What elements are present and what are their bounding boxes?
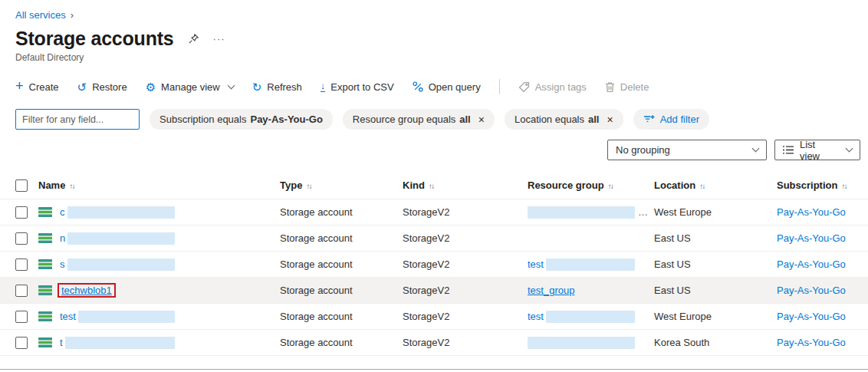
storage-account-glyph: [38, 337, 52, 347]
storage-account-glyph: [38, 259, 52, 269]
column-header-subscription[interactable]: Subscription ↑↓: [777, 179, 868, 191]
restore-label: Restore: [92, 81, 127, 93]
column-label: Resource group: [528, 179, 604, 191]
grouping-dropdown[interactable]: No grouping: [607, 140, 767, 160]
row-checkbox-cell: [15, 258, 38, 271]
row-checkbox[interactable]: [15, 258, 28, 271]
storage-account-link[interactable]: n: [60, 232, 65, 244]
sort-icon: ↑↓: [306, 182, 311, 190]
close-icon[interactable]: ×: [607, 114, 613, 125]
select-all-checkbox[interactable]: [15, 179, 28, 192]
subscription-cell: Pay-As-You-Go: [777, 206, 868, 218]
row-checkbox[interactable]: [15, 232, 28, 245]
add-filter-button[interactable]: Add filter: [633, 109, 709, 130]
subscription-filter-pill[interactable]: Subscription equals Pay-As-You-Go: [150, 109, 333, 130]
row-checkbox[interactable]: [15, 206, 28, 219]
row-checkbox[interactable]: [15, 311, 28, 323]
manage-view-button[interactable]: ⚙ Manage view: [146, 81, 234, 93]
sort-icon: ↑↓: [699, 182, 705, 190]
subscription-link[interactable]: Pay-As-You-Go: [777, 258, 846, 270]
location-cell: West Europe: [654, 311, 777, 322]
subscription-cell: Pay-As-You-Go: [777, 311, 868, 322]
resource-group-wrap: test: [528, 311, 635, 323]
resource-group-cell: …: [528, 206, 654, 219]
table-row[interactable]: cStorage accountStorageV2…West EuropePay…: [0, 199, 868, 226]
name-wrap: c: [60, 206, 175, 219]
more-options-icon[interactable]: ···: [213, 33, 225, 44]
location-cell: West Europe: [654, 206, 777, 218]
storage-accounts-page: All services › Storage accounts ··· Defa…: [0, 0, 868, 372]
column-header-name[interactable]: Name ↑↓: [38, 179, 280, 191]
table-row[interactable]: sStorage accountStorageV2testEast USPay-…: [0, 252, 868, 278]
subscription-link[interactable]: Pay-As-You-Go: [777, 285, 846, 296]
restore-button[interactable]: ↺ Restore: [77, 81, 127, 93]
close-icon[interactable]: ×: [478, 114, 485, 125]
row-checkbox[interactable]: [15, 337, 28, 349]
pin-icon[interactable]: [188, 33, 199, 44]
storage-account-icon: [38, 233, 60, 243]
redacted-text: [67, 206, 176, 219]
name-cell: test: [60, 311, 280, 323]
directory-subtitle: Default Directory: [15, 52, 868, 63]
row-checkbox-cell: [15, 311, 38, 323]
column-header-kind[interactable]: Kind ↑↓: [403, 179, 528, 191]
column-header-location[interactable]: Location ↑↓: [654, 179, 777, 191]
sort-icon: ↑↓: [429, 182, 434, 190]
storage-account-link[interactable]: t: [60, 337, 63, 348]
type-cell: Storage account: [280, 258, 403, 270]
export-csv-button[interactable]: ↓ Export to CSV: [321, 81, 394, 93]
open-query-icon: [413, 81, 423, 92]
row-checkbox[interactable]: [15, 285, 28, 297]
filter-input[interactable]: [15, 109, 140, 130]
toolbar: + Create ↺ Restore ⚙ Manage view ↻ Refre…: [15, 74, 868, 99]
resource-group-link[interactable]: test: [528, 258, 544, 270]
manage-view-label: Manage view: [161, 81, 220, 93]
resource-group-link[interactable]: test: [528, 311, 544, 322]
resource-group-link[interactable]: test_group: [528, 285, 574, 296]
pill-value: all: [588, 114, 599, 125]
view-mode-dropdown[interactable]: List view: [774, 140, 860, 160]
subscription-link[interactable]: Pay-As-You-Go: [777, 337, 846, 348]
storage-account-link[interactable]: c: [60, 206, 65, 218]
type-cell: Storage account: [280, 285, 403, 296]
delete-button[interactable]: Delete: [605, 81, 649, 93]
name-wrap: n: [60, 232, 175, 245]
table-row[interactable]: nStorage accountStorageV2East USPay-As-Y…: [0, 226, 868, 252]
row-checkbox-cell: [15, 285, 38, 297]
subscription-link[interactable]: Pay-As-You-Go: [777, 311, 846, 322]
location-filter-pill[interactable]: Location equals all ×: [505, 109, 623, 130]
storage-account-link[interactable]: techwblob1: [58, 283, 116, 298]
grouping-value: No grouping: [616, 144, 670, 156]
type-cell: Storage account: [280, 311, 403, 322]
refresh-button[interactable]: ↻ Refresh: [252, 81, 302, 93]
table-row[interactable]: techwblob1Storage accountStorageV2test_g…: [0, 278, 868, 304]
download-icon: ↓: [321, 81, 326, 91]
storage-account-glyph: [38, 285, 52, 295]
open-query-button[interactable]: Open query: [413, 81, 481, 93]
redacted-text: [528, 206, 635, 219]
assign-tags-button[interactable]: Assign tags: [518, 81, 587, 93]
kind-cell: StorageV2: [403, 232, 528, 244]
create-button[interactable]: + Create: [15, 81, 59, 93]
open-query-label: Open query: [429, 81, 481, 93]
breadcrumb-all-services-link[interactable]: All services: [15, 9, 66, 21]
create-label: Create: [29, 81, 59, 93]
storage-account-link[interactable]: test: [60, 311, 76, 322]
column-header-resource-group[interactable]: Resource group ↑↓: [528, 179, 654, 191]
pill-value: all: [459, 114, 470, 125]
filter-bar: Subscription equals Pay-As-You-Go Resour…: [15, 109, 868, 130]
location-cell: East US: [654, 232, 777, 244]
chevron-right-icon: ›: [71, 9, 74, 21]
column-header-type[interactable]: Type ↑↓: [280, 179, 403, 191]
sort-icon: ↑↓: [69, 182, 74, 190]
subscription-link[interactable]: Pay-As-You-Go: [777, 206, 846, 218]
storage-account-link[interactable]: s: [60, 258, 65, 270]
subscription-link[interactable]: Pay-As-You-Go: [777, 232, 846, 244]
restore-icon: ↺: [77, 81, 87, 93]
table-row[interactable]: testStorage accountStorageV2testWest Eur…: [0, 304, 868, 330]
table-row[interactable]: tStorage accountStorageV2Korea SouthPay-…: [0, 330, 868, 356]
subscription-cell: Pay-As-You-Go: [777, 232, 868, 244]
kind-cell: StorageV2: [403, 258, 528, 270]
refresh-icon: ↻: [252, 81, 262, 93]
resource-group-filter-pill[interactable]: Resource group equals all ×: [343, 109, 495, 130]
